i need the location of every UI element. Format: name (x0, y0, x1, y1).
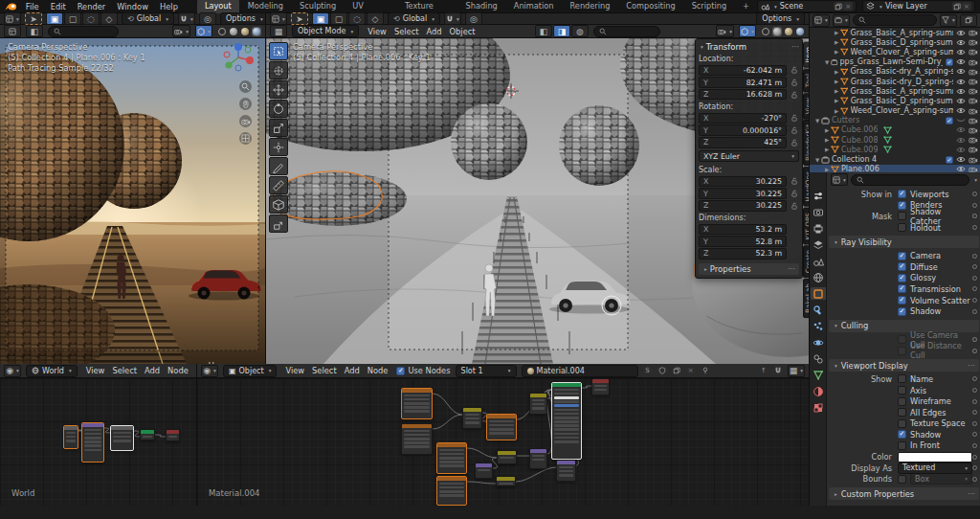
tool-cursor[interactable]: < (269, 61, 288, 79)
checkbox-axis[interactable] (898, 386, 906, 395)
expand-arrow[interactable]: ▶ (833, 79, 840, 84)
tool-scale[interactable]: < (269, 119, 288, 137)
node-canvas-world[interactable]: World (0, 378, 196, 506)
lock-icon[interactable] (791, 91, 798, 99)
active-tool-icon[interactable]: ➤ (291, 12, 308, 25)
collection-checkbox[interactable]: ✓ (946, 117, 953, 124)
shader-node[interactable] (529, 393, 547, 415)
expand-arrow[interactable]: ▶ (833, 98, 840, 103)
outliner-row[interactable]: ▶Plane.006 (810, 165, 980, 172)
checkbox-holdout[interactable] (898, 223, 906, 232)
zoom-icon[interactable] (239, 80, 252, 93)
pin-icon[interactable] (701, 367, 710, 375)
render-camera-icon[interactable] (969, 29, 978, 36)
checkbox-glossy[interactable]: ✓ (898, 274, 906, 282)
workspace-tab-compositing[interactable]: Compositing (618, 0, 682, 13)
shader-node[interactable] (401, 388, 433, 419)
overlays-toggle[interactable]: ⬡▾ (739, 25, 756, 37)
editor-type-button[interactable]: ◉▾ (4, 365, 21, 377)
mode-toggle-icons[interactable]: ◧ (26, 25, 43, 37)
shader-menu-view[interactable]: View (82, 366, 109, 375)
select-mode-box-button[interactable]: ▢ (64, 12, 81, 25)
animate-dot[interactable] (972, 477, 977, 482)
expand-arrow[interactable]: ▶ (833, 49, 840, 55)
animate-dot[interactable] (972, 309, 977, 314)
mode-select[interactable]: Object Mode▾ (292, 25, 359, 37)
hide-eye-icon[interactable] (956, 49, 966, 56)
render-camera-icon[interactable] (969, 87, 978, 95)
animate-dot[interactable] (972, 410, 977, 415)
transform-field-y[interactable]: Y0.000016° (699, 124, 787, 136)
animate-dot[interactable] (972, 276, 977, 281)
hide-eye-icon[interactable] (956, 126, 966, 133)
outliner-row[interactable]: ▶Grass_Basic_A_spring-summ (810, 86, 980, 96)
animate-dot[interactable] (972, 349, 977, 353)
shader-node[interactable] (556, 460, 576, 482)
material-users-button[interactable]: S (643, 367, 653, 375)
workspace-tab-animation[interactable]: Animation (506, 0, 562, 13)
options-dropdown[interactable]: Options▾ (220, 12, 269, 25)
properties-tab-render[interactable]: < (811, 206, 826, 218)
workspace-tab-modeling[interactable]: Modeling (240, 0, 291, 13)
transform-field-y[interactable]: Y30.225 (699, 188, 787, 199)
viewport-menu-object[interactable]: Object (446, 27, 479, 36)
editor-type-button[interactable]: ▦ (270, 25, 287, 37)
properties-tab-texture[interactable]: < (811, 401, 826, 414)
options-dropdown[interactable]: Options▾ (756, 12, 805, 25)
new-scene-button[interactable] (834, 2, 843, 11)
hide-eye-icon[interactable] (956, 88, 966, 95)
checkbox-use-distance-cull[interactable] (898, 347, 906, 355)
transform-field-y[interactable]: Y52.8 m (699, 236, 787, 247)
expand-arrow[interactable]: ▶ (833, 108, 840, 114)
viewport-rendered[interactable]: Camera Perspective (5) Collection 4 | Pl… (0, 38, 265, 364)
render-camera-icon[interactable] (969, 38, 978, 46)
outliner-row[interactable]: ▶Grass_Basic_D_spring-sumn (810, 96, 980, 105)
menu-file[interactable]: File (20, 2, 45, 11)
tool-select-box[interactable]: < (269, 42, 288, 60)
shader-node[interactable] (401, 423, 433, 455)
select-display-as[interactable]: Textured▾ (898, 463, 972, 474)
hide-eye-icon[interactable] (956, 79, 966, 85)
editor-type-button[interactable]: ▾ (831, 173, 848, 186)
pan-icon[interactable] (239, 98, 252, 110)
viewport-menu-select[interactable]: Select (390, 27, 423, 36)
checkbox-diffuse[interactable]: ✓ (898, 262, 906, 271)
tool-transform[interactable]: < (269, 138, 288, 156)
transform-field-x[interactable]: X-62.042 m (699, 65, 787, 77)
sidebar-tab-blenderkit[interactable]: BlenderKit (803, 120, 809, 166)
render-camera-icon[interactable] (969, 156, 978, 164)
transform-field-x[interactable]: X30.225 (699, 176, 787, 188)
animate-dot[interactable] (972, 465, 977, 470)
outliner-row[interactable]: ▶Weed_Clover_A_spring-sumi (810, 47, 980, 56)
rotation-mode-select[interactable]: XYZ Euler▾ (699, 150, 799, 162)
editor-type-button[interactable] (4, 25, 21, 37)
sidebar-tab-create[interactable]: Create (803, 245, 809, 278)
camera-view-button[interactable]: ▾ (172, 25, 190, 37)
animate-dot[interactable] (972, 399, 977, 404)
transform-field-z[interactable]: Z16.628 m (699, 89, 787, 101)
animate-dot[interactable] (972, 337, 977, 342)
animate-dot[interactable] (972, 298, 977, 303)
properties-tab-output[interactable]: < (811, 222, 826, 235)
animate-dot[interactable] (972, 421, 977, 426)
camera-view-icon[interactable] (239, 115, 252, 127)
section-custom-properties[interactable]: ▸Custom Properties··· (829, 487, 979, 500)
proportional-edit-toggle[interactable]: ◎ (465, 12, 482, 25)
expand-arrow[interactable]: ▶ (833, 88, 840, 94)
checkbox-shadow[interactable]: ✓ (898, 307, 906, 316)
workspace-tab-layout[interactable]: Layout (197, 0, 239, 13)
properties-tab-object-data[interactable]: < (811, 369, 826, 381)
select-mode-circle-button[interactable]: ◌ (348, 12, 366, 25)
hide-eye-icon[interactable] (956, 117, 966, 124)
animate-dot[interactable] (972, 455, 977, 460)
tool-extrude[interactable]: < (269, 214, 288, 233)
hide-eye-icon[interactable] (956, 156, 966, 163)
properties-subpanel-header[interactable]: ▸Properties··· (699, 263, 799, 275)
workspace-tab-texture-paint[interactable]: Texture Paint (397, 0, 457, 13)
render-camera-icon[interactable] (969, 146, 978, 153)
outliner-row[interactable]: ▼Collection 4 ✓ (810, 154, 980, 164)
outliner-row[interactable]: ▶Grass_Basic_A_spring-summ (810, 28, 980, 37)
shader-node[interactable] (140, 429, 155, 440)
checkbox-texture-space[interactable] (898, 419, 906, 428)
lock-icon[interactable] (791, 79, 798, 86)
